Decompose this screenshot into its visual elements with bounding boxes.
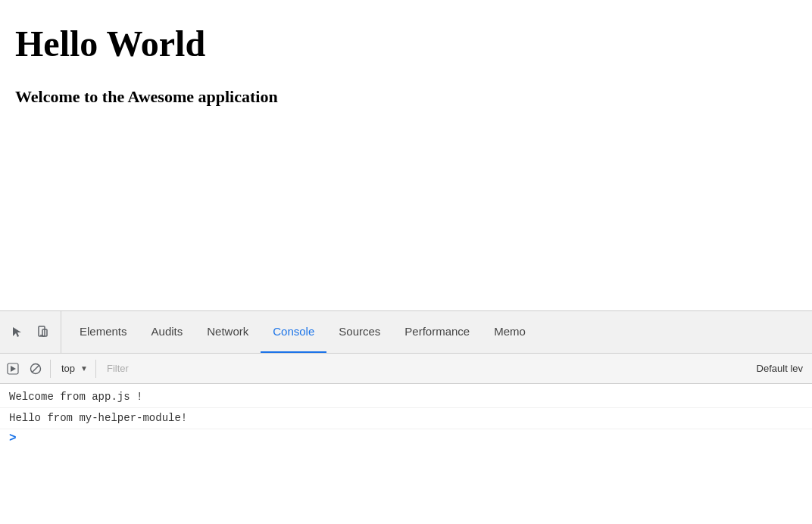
svg-line-6	[32, 365, 39, 373]
tab-audits[interactable]: Audits	[139, 311, 195, 353]
tab-sources[interactable]: Sources	[326, 311, 392, 353]
context-select-wrapper[interactable]: top ▼	[55, 358, 91, 379]
devtools-toolbar: top ▼ Default lev	[0, 354, 812, 384]
console-input[interactable]	[20, 432, 803, 444]
svg-marker-4	[11, 366, 16, 372]
devtools-icon-group	[0, 311, 61, 353]
page-subtitle: Welcome to the Awesome application	[15, 87, 797, 107]
device-toggle-icon[interactable]	[32, 321, 55, 344]
console-output: Welcome from app.js ! Hello from my-help…	[0, 384, 812, 524]
console-line-2: Hello from my-helper-module!	[0, 408, 812, 429]
devtools-tabs-bar: Elements Audits Network Console Sources …	[0, 311, 812, 354]
tab-performance[interactable]: Performance	[392, 311, 482, 353]
clear-console-icon[interactable]	[26, 359, 45, 379]
page-title: Hello World	[15, 23, 797, 64]
console-prompt-line[interactable]: >	[0, 429, 812, 448]
run-script-icon[interactable]	[3, 359, 23, 379]
toolbar-divider-1	[50, 360, 51, 378]
filter-input[interactable]	[101, 358, 748, 379]
main-content: Hello World Welcome to the Awesome appli…	[0, 0, 812, 310]
tab-elements[interactable]: Elements	[67, 311, 139, 353]
devtools-panel: Elements Audits Network Console Sources …	[0, 310, 812, 524]
cursor-icon[interactable]	[6, 321, 29, 344]
toolbar-divider-2	[95, 360, 96, 378]
prompt-symbol: >	[9, 432, 17, 445]
devtools-tabs: Elements Audits Network Console Sources …	[61, 311, 544, 353]
console-line-1: Welcome from app.js !	[0, 387, 812, 408]
tab-memory[interactable]: Memo	[482, 311, 538, 353]
tab-console[interactable]: Console	[261, 311, 326, 353]
default-level-label: Default lev	[751, 363, 809, 374]
tab-network[interactable]: Network	[195, 311, 261, 353]
context-select[interactable]: top	[55, 363, 91, 374]
